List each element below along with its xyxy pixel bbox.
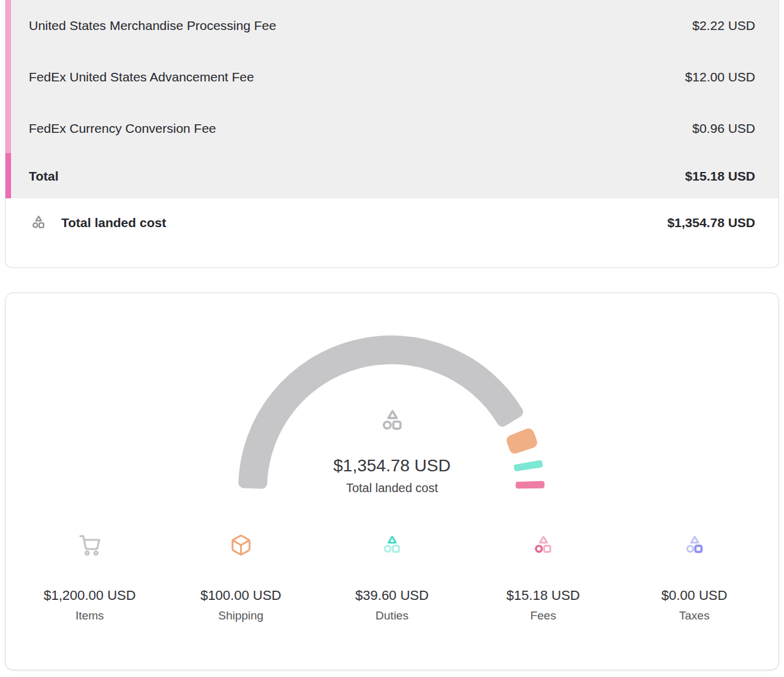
fee-label: United States Merchandise Processing Fee	[29, 18, 276, 33]
cart-icon	[78, 533, 101, 556]
fees-breakdown-card: United States Merchandise Processing Fee…	[5, 0, 779, 268]
gauge-segment-shipping	[512, 434, 532, 448]
total-landed-cost-label: Total landed cost	[61, 215, 166, 230]
fee-value: $0.96 USD	[692, 121, 755, 136]
total-landed-cost-row: Total landed cost $1,354.78 USD	[6, 198, 778, 231]
stat-label: Items	[75, 608, 104, 623]
shapes-square-accent-icon	[683, 533, 706, 556]
fee-row: FedEx United States Advancement Fee $12.…	[6, 51, 778, 103]
fee-value: $2.22 USD	[692, 18, 755, 33]
cost-stats-row: $1,200.00 USD Items $100.00 USD Shipping	[14, 533, 770, 623]
shapes-triangle-accent-icon	[380, 533, 403, 556]
total-landed-cost-value: $1,354.78 USD	[667, 215, 755, 230]
stat-taxes: $0.00 USD Taxes	[619, 533, 770, 623]
fee-label: FedEx Currency Conversion Fee	[29, 121, 216, 136]
stat-value: $15.18 USD	[507, 587, 580, 604]
fees-total-value: $15.18 USD	[685, 169, 755, 184]
fee-row: United States Merchandise Processing Fee…	[6, 0, 778, 51]
fees-table: United States Merchandise Processing Fee…	[6, 0, 778, 198]
stat-duties: $39.60 USD Duties	[317, 533, 468, 623]
stat-shipping: $100.00 USD Shipping	[165, 533, 317, 623]
stat-label: Fees	[530, 608, 556, 623]
shapes-circle-accent-icon	[532, 533, 554, 556]
landed-cost-summary-card: $1,354.78 USD Total landed cost $1,200.0…	[5, 293, 779, 670]
stat-value: $39.60 USD	[355, 587, 429, 604]
stat-value: $1,200.00 USD	[43, 587, 135, 604]
stat-items: $1,200.00 USD Items	[14, 533, 165, 623]
gauge-center-value: $1,354.78 USD	[6, 456, 778, 476]
fees-total-label: Total	[29, 169, 59, 184]
stat-value: $100.00 USD	[200, 587, 281, 604]
accent-bar	[6, 0, 11, 198]
fee-label: FedEx United States Advancement Fee	[29, 70, 254, 84]
stat-label: Duties	[375, 608, 409, 623]
stat-label: Shipping	[218, 608, 263, 623]
fee-row: FedEx Currency Conversion Fee $0.96 USD	[6, 103, 778, 154]
accent-bar-bright	[6, 153, 11, 198]
shapes-logo-icon	[30, 214, 47, 231]
stat-label: Taxes	[679, 608, 710, 623]
gauge-center-label: Total landed cost	[6, 481, 778, 495]
package-icon	[230, 533, 252, 556]
stat-value: $0.00 USD	[662, 587, 728, 604]
accent-bar-light	[6, 0, 11, 153]
shapes-logo-icon	[379, 408, 405, 434]
fee-value: $12.00 USD	[685, 70, 755, 84]
stat-fees: $15.18 USD Fees	[467, 533, 619, 623]
fees-total-row: Total $15.18 USD	[6, 154, 778, 198]
